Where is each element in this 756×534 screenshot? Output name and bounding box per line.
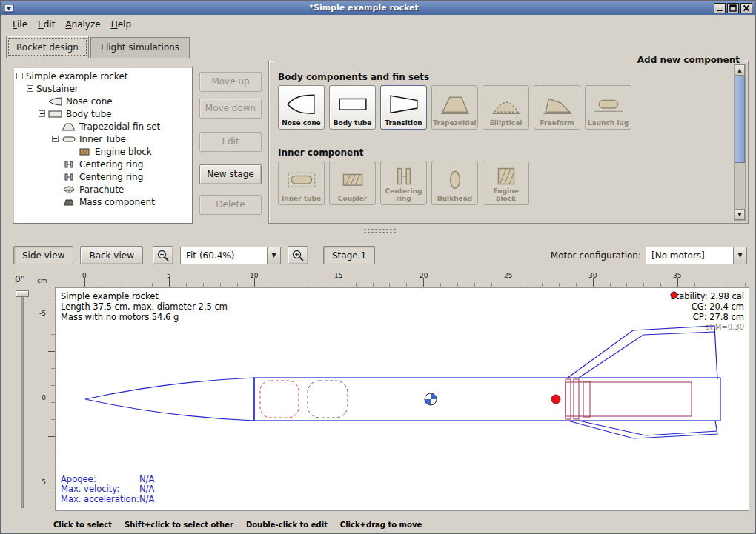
add-transition-button[interactable]: Transition <box>380 85 427 130</box>
trapezoidal-fin-icon <box>62 122 76 131</box>
zoom-in-button[interactable] <box>288 246 308 264</box>
rocket-view-panel: 0° cm 0 5 10 15 20 25 30 35 -5 0 5 <box>6 270 752 515</box>
cp-value: CP: 27.8 cm <box>693 312 744 322</box>
tab-rocket-design[interactable]: Rocket design <box>6 36 89 58</box>
ruler-tick-label: 15 <box>334 272 342 279</box>
collapse-icon[interactable] <box>27 85 33 92</box>
tree-item-centering-ring-2[interactable]: Centering ring <box>13 170 192 183</box>
component-button-label: Inner tube <box>281 196 322 204</box>
ruler-tick-label: 5 <box>167 272 171 279</box>
delete-button[interactable]: Delete <box>199 195 262 215</box>
add-inner-tube-button[interactable]: Inner tube <box>278 161 325 205</box>
tree-item-body-tube[interactable]: Body tube <box>13 107 192 120</box>
add-nose-cone-button[interactable]: Nose cone <box>278 85 325 130</box>
tree-item-mass-component[interactable]: Mass component <box>13 196 192 208</box>
titlebar[interactable]: *Simple example rocket <box>1 1 755 15</box>
chevron-down-icon[interactable]: ▼ <box>733 247 746 264</box>
window-controls <box>714 3 752 13</box>
cp-icon <box>670 291 678 299</box>
scrollbar-thumb[interactable] <box>735 76 745 163</box>
add-elliptical-fin-button[interactable]: Elliptical <box>483 85 529 130</box>
inner-component-buttons: Inner tube Coupler Centering ring Bulkhe… <box>278 161 529 205</box>
rotation-value: 0° <box>15 274 25 284</box>
splitter-handle[interactable] <box>363 228 396 235</box>
tree-item-rocket[interactable]: Simple example rocket <box>13 70 192 82</box>
move-down-button[interactable]: Move down <box>199 99 262 119</box>
add-coupler-button[interactable]: Coupler <box>329 161 376 205</box>
add-freeform-fin-button[interactable]: Freeform <box>534 85 580 130</box>
stage-1-toggle[interactable]: Stage 1 <box>323 246 375 264</box>
button-label: Move up <box>211 76 249 87</box>
menu-edit[interactable]: Edit <box>33 17 60 32</box>
tree-item-engine-block[interactable]: Engine block <box>13 145 192 158</box>
add-launch-lug-button[interactable]: Launch lug <box>585 85 631 130</box>
ruler-tick-label: 25 <box>504 272 512 279</box>
ruler-tick-label: 0 <box>36 394 46 401</box>
tree-item-inner-tube[interactable]: Inner Tube <box>13 133 192 145</box>
collapse-icon[interactable] <box>52 136 59 142</box>
tree-item-label: Centering ring <box>79 172 143 182</box>
close-icon <box>743 4 750 12</box>
button-label: Back view <box>89 250 134 261</box>
rocket-dimensions: Length 37.5 cm, max. diameter 2.5 cm <box>61 301 228 312</box>
edit-button[interactable]: Edit <box>199 132 262 152</box>
centering-ring-icon <box>62 160 76 169</box>
tab-flight-simulations[interactable]: Flight simulations <box>90 37 190 58</box>
elliptical-fin-icon <box>491 89 522 120</box>
zoom-out-button[interactable] <box>153 246 173 264</box>
component-button-label: Coupler <box>337 196 368 204</box>
move-up-button[interactable]: Move up <box>199 72 262 92</box>
ruler-tick-label: 30 <box>588 272 597 279</box>
tree-item-nose-cone[interactable]: Nose cone <box>13 95 192 107</box>
parachute-icon <box>62 185 76 194</box>
menu-analyze[interactable]: Analyze <box>60 17 105 32</box>
zoom-select[interactable]: Fit (60.4%) ▼ <box>180 247 281 264</box>
body-component-buttons: Nose cone Body tube Transition Trapezoid… <box>278 85 631 130</box>
add-trapezoidal-fin-button[interactable]: Trapezoidal <box>431 85 478 130</box>
back-view-button[interactable]: Back view <box>80 246 143 264</box>
add-engine-block-button[interactable]: Engine block <box>483 161 529 205</box>
menu-file[interactable]: File <box>7 17 33 32</box>
stability-legend: Stability: 2.98 cal CG: 20.4 cm CP: 27.8… <box>670 291 744 333</box>
nose-cone-icon <box>286 89 317 120</box>
side-view-button[interactable]: Side view <box>13 246 73 264</box>
tree-item-label: Simple example rocket <box>26 71 127 81</box>
menu-help[interactable]: Help <box>106 17 136 32</box>
rotation-slider-track[interactable] <box>21 292 24 508</box>
component-tree[interactable]: Simple example rocket Sustainer Nose con… <box>13 67 193 224</box>
chevron-down-icon[interactable]: ▼ <box>267 247 280 264</box>
collapse-icon[interactable] <box>39 110 45 117</box>
tree-item-label: Engine block <box>95 147 152 157</box>
add-bulkhead-button[interactable]: Bulkhead <box>431 161 478 205</box>
motor-configuration-select[interactable]: [No motors] ▼ <box>646 247 747 264</box>
scrollbar-down-button[interactable]: ▼ <box>735 209 745 220</box>
add-body-tube-button[interactable]: Body tube <box>329 85 376 130</box>
tree-item-parachute[interactable]: Parachute <box>13 183 192 196</box>
add-centering-ring-button[interactable]: Centering ring <box>380 161 427 205</box>
rocket-canvas[interactable]: Simple example rocket Length 37.5 cm, ma… <box>55 287 749 511</box>
new-stage-button[interactable]: New stage <box>199 164 262 184</box>
button-label: Side view <box>22 250 64 261</box>
engine-block-icon <box>77 147 92 156</box>
tree-item-sustainer[interactable]: Sustainer <box>13 82 192 95</box>
collapse-icon[interactable] <box>16 73 23 79</box>
rocket-mass: Mass with no motors 54.6 g <box>61 312 228 322</box>
nose-cone-icon <box>48 97 63 106</box>
rotation-slider-handle[interactable] <box>16 290 29 297</box>
rocket-info: Simple example rocket Length 37.5 cm, ma… <box>61 291 228 322</box>
component-button-label: Nose cone <box>281 120 321 129</box>
tree-item-centering-ring-1[interactable]: Centering ring <box>13 158 192 170</box>
scrollbar-track[interactable]: ▲ ▼ <box>734 64 746 221</box>
scrollbar-up-button[interactable]: ▲ <box>735 64 745 76</box>
minimize-button[interactable] <box>714 3 726 13</box>
parachute-outline <box>260 381 299 418</box>
maximize-button[interactable] <box>727 3 739 13</box>
ruler-unit-label: cm <box>37 277 47 284</box>
window-menu-icon[interactable] <box>4 4 14 13</box>
close-button[interactable] <box>740 3 752 13</box>
hint-double-click: Double-click to edit <box>246 521 328 529</box>
motor-configuration-label: Motor configuration: <box>551 250 641 261</box>
flight-data: Apogee:N/A Max. velocity:N/A Max. accele… <box>61 475 154 505</box>
motor-configuration-value: [No motors] <box>646 247 733 264</box>
tree-item-fin-set[interactable]: Trapezoidal fin set <box>13 120 192 133</box>
